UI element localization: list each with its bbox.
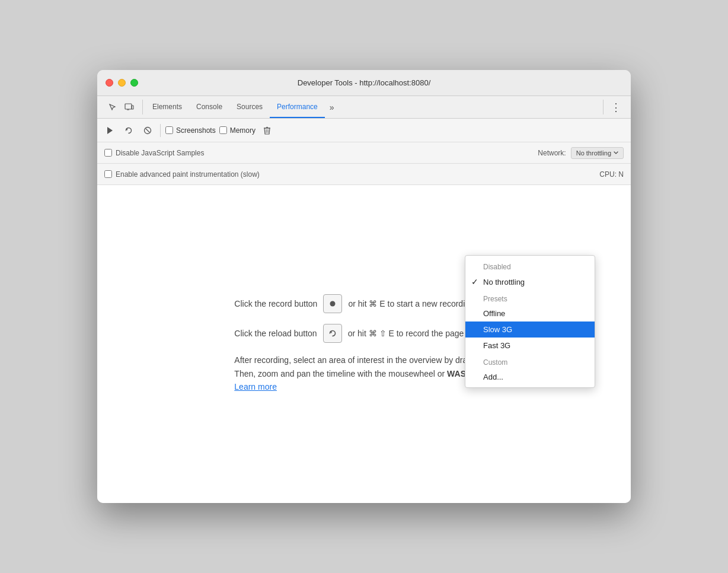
reload-text-2: or hit ⌘ ⇧ E to record the page load. [348, 329, 484, 338]
svg-line-7 [146, 128, 150, 132]
titlebar: Developer Tools - http://localhost:8080/ [97, 70, 631, 96]
reload-icon-inline [323, 324, 342, 343]
settings-row-1: Disable JavaScript Samples Network: No t… [97, 142, 631, 164]
performance-toolbar: Screenshots Memory [97, 119, 631, 142]
settings-row-2: Enable advanced paint instrumentation (s… [97, 164, 631, 185]
dropdown-custom-label: Custom [483, 358, 585, 367]
enable-paint-checkbox[interactable] [104, 170, 112, 178]
tab-console[interactable]: Console [189, 96, 229, 118]
svg-rect-0 [125, 104, 132, 109]
reload-record-button[interactable] [121, 123, 136, 138]
dropdown-fast-3g-label: Fast 3G [483, 341, 585, 350]
instructions-container: Click the record button or hit ⌘ E to st… [234, 294, 493, 393]
memory-checkbox-label[interactable]: Memory [219, 126, 256, 135]
network-setting: Network: No throttling [538, 147, 624, 159]
dropdown-presets-label: Presets [483, 295, 585, 303]
dropdown-add-label: Add... [483, 373, 585, 381]
svg-rect-1 [132, 106, 133, 109]
tab-spacer [339, 96, 601, 118]
tab-elements[interactable]: Elements [145, 96, 189, 118]
after-text-2: Then, zoom and pan the timeline with the… [234, 369, 445, 378]
after-recording-text: After recording, select an area of inter… [234, 354, 493, 393]
tabbar: Elements Console Sources Performance » ⋮ [97, 96, 631, 119]
maximize-button[interactable] [130, 79, 138, 87]
record-text-1: Click the record button [234, 299, 317, 308]
clear-button[interactable] [259, 123, 274, 138]
divider-2 [603, 100, 604, 114]
cursor-icon[interactable] [106, 100, 120, 114]
kebab-menu-button[interactable]: ⋮ [606, 96, 626, 118]
disable-js-checkbox[interactable] [104, 149, 112, 157]
devtools-icons [102, 96, 140, 118]
traffic-lights [106, 79, 138, 87]
screenshots-checkbox[interactable] [165, 126, 173, 134]
stop-button[interactable] [140, 123, 155, 138]
enable-paint-setting[interactable]: Enable advanced paint instrumentation (s… [104, 170, 260, 179]
check-icon: ✓ [471, 277, 483, 286]
network-dropdown-button[interactable]: No throttling [571, 147, 624, 159]
network-label: Network: [538, 149, 566, 157]
dropdown-offline[interactable]: Offline [465, 305, 595, 321]
screenshots-checkbox-label[interactable]: Screenshots [165, 126, 216, 135]
record-instruction: Click the record button or hit ⌘ E to st… [234, 294, 493, 313]
svg-marker-4 [107, 127, 113, 134]
chevron-down-icon [614, 151, 618, 155]
tab-sources[interactable]: Sources [229, 96, 270, 118]
disable-js-setting[interactable]: Disable JavaScript Samples [104, 149, 204, 157]
window-title: Developer Tools - http://localhost:8080/ [298, 78, 431, 87]
dropdown-slow-3g-label: Slow 3G [483, 325, 585, 334]
reload-instruction: Click the reload button or hit ⌘ ⇧ E to … [234, 324, 493, 343]
dropdown-offline-label: Offline [483, 309, 585, 318]
cpu-label: CPU: N [599, 170, 624, 179]
network-throttle-dropdown: Disabled ✓ No throttling Presets Offline… [465, 255, 595, 388]
responsive-icon[interactable] [122, 100, 136, 114]
memory-checkbox[interactable] [219, 126, 227, 134]
record-icon-inline [323, 294, 342, 313]
svg-point-12 [330, 301, 336, 307]
more-tabs-button[interactable]: » [325, 96, 339, 118]
learn-more-link[interactable]: Learn more [234, 382, 277, 391]
record-button[interactable] [102, 123, 117, 138]
tab-performance[interactable]: Performance [270, 96, 325, 118]
dropdown-presets-category: Presets [465, 290, 595, 305]
dropdown-add[interactable]: Add... [465, 369, 595, 385]
dropdown-disabled-label: Disabled [483, 263, 585, 271]
dropdown-custom-category: Custom [465, 354, 595, 369]
cpu-setting: CPU: N [599, 170, 624, 179]
reload-text-1: Click the reload button [234, 329, 317, 338]
divider-1 [142, 100, 143, 114]
close-button[interactable] [106, 79, 113, 87]
dropdown-slow-3g[interactable]: Slow 3G [465, 321, 595, 338]
dropdown-no-throttling-label: No throttling [483, 278, 585, 286]
devtools-window: Developer Tools - http://localhost:8080/… [97, 70, 631, 503]
after-text-1: After recording, select an area of inter… [234, 355, 490, 365]
minimize-button[interactable] [118, 79, 126, 87]
main-content: Click the record button or hit ⌘ E to st… [97, 185, 631, 503]
record-text-2: or hit ⌘ E to start a new recording. [348, 299, 476, 308]
dropdown-no-throttling[interactable]: ✓ No throttling [465, 273, 595, 290]
dropdown-disabled-category: Disabled [465, 258, 595, 273]
toolbar-divider-1 [160, 124, 161, 137]
dropdown-fast-3g[interactable]: Fast 3G [465, 338, 595, 354]
